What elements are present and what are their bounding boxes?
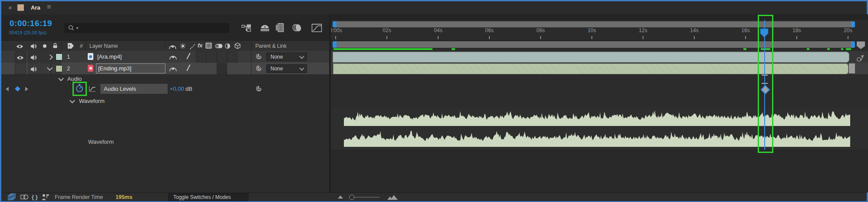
- audio-switch-cell[interactable]: [28, 51, 40, 63]
- render-time-person-icon[interactable]: [41, 194, 50, 202]
- search-input[interactable]: [64, 23, 229, 33]
- switch-cell[interactable]: [196, 51, 206, 63]
- adjustment-layer-column-icon[interactable]: [224, 43, 231, 51]
- motion-blur-column-icon[interactable]: [215, 43, 223, 51]
- layer-name[interactable]: [Ara.mp4]: [97, 53, 122, 60]
- waveform-group-row[interactable]: Waveform: [1, 95, 329, 107]
- motion-blur-icon[interactable]: [292, 24, 302, 33]
- audio-group-row[interactable]: Audio: [1, 74, 329, 83]
- layer-row-2[interactable]: 2 [Ending.mp3] None: [1, 63, 329, 75]
- zoom-out-icon[interactable]: [338, 195, 343, 199]
- index-column-header[interactable]: #: [80, 43, 83, 49]
- in-out-panes-icon[interactable]: { }: [32, 194, 38, 200]
- audio-switch-cell[interactable]: [28, 63, 40, 74]
- lock-column-icon[interactable]: [53, 43, 58, 50]
- audio-levels-unit: dB: [185, 86, 192, 92]
- frame-blending-icon[interactable]: [275, 23, 284, 34]
- collapse-group-chevron-icon[interactable]: [58, 76, 64, 81]
- waveform-property-label[interactable]: Waveform: [88, 139, 114, 145]
- layer-switches-pane-icon[interactable]: [8, 193, 16, 202]
- search-icon[interactable]: [68, 25, 76, 33]
- parent-link-column-header[interactable]: Parent & Link: [255, 43, 287, 49]
- layer-name[interactable]: [Ending.mp3]: [98, 65, 132, 72]
- keyframe-toggle-diamond-icon[interactable]: [15, 86, 20, 92]
- audio-levels-row[interactable]: Audio Levels +0,00 dB: [1, 83, 329, 95]
- solo-column-icon[interactable]: [43, 44, 46, 48]
- effects-column-icon[interactable]: fx: [198, 42, 203, 49]
- column-header-row: # Layer Name fx: [1, 40, 329, 51]
- layer-2-out-handle[interactable]: [849, 63, 855, 73]
- property-area: Audio Audio Levels +0,00 d: [1, 74, 329, 192]
- video-file-icon: [88, 53, 93, 60]
- shy-column-icon[interactable]: [169, 43, 176, 51]
- layer-name-edit-box[interactable]: [Ending.mp3]: [96, 63, 165, 73]
- status-bar: { } Frame Render Time 195ms Toggle Switc…: [1, 192, 867, 201]
- waveform-channel-left: [344, 109, 850, 126]
- switch-cell[interactable]: [217, 51, 227, 63]
- audio-levels-label[interactable]: Audio Levels: [104, 86, 136, 92]
- audio-file-icon: [88, 65, 93, 72]
- eye-icon[interactable]: [17, 54, 24, 62]
- waveform-group-label[interactable]: Waveform: [79, 98, 105, 104]
- stopwatch-icon[interactable]: [75, 83, 84, 95]
- graph-editor-icon[interactable]: [311, 23, 323, 34]
- next-keyframe-icon[interactable]: [25, 87, 28, 91]
- label-column-icon[interactable]: [67, 43, 74, 51]
- current-time-display[interactable]: 0:00:16:19: [10, 19, 52, 28]
- toggle-switches-modes-button[interactable]: Toggle Switches / Modes: [168, 193, 248, 201]
- include-in-graph-editor-icon[interactable]: [89, 86, 96, 94]
- shy-switch-icon[interactable]: [169, 66, 177, 73]
- search-options-caret-icon[interactable]: [76, 27, 79, 30]
- quality-switch-icon[interactable]: [186, 53, 190, 59]
- audio-levels-value[interactable]: +0,00: [170, 86, 184, 92]
- parent-dropdown-value: None: [271, 54, 283, 60]
- collapse-group-chevron-icon[interactable]: [69, 98, 75, 103]
- zoom-slider-knob[interactable]: [349, 195, 354, 200]
- panel-menu-icon[interactable]: ≡: [47, 3, 51, 11]
- property-label-box[interactable]: Audio Levels: [100, 84, 168, 94]
- video-switch-cell[interactable]: [15, 51, 26, 63]
- comp-flag-icon[interactable]: [856, 53, 865, 64]
- transfer-controls-pane-icon[interactable]: [20, 194, 29, 202]
- switch-cell[interactable]: [217, 63, 227, 74]
- parent-pickwhip-icon[interactable]: [255, 65, 262, 73]
- parent-dropdown[interactable]: None: [266, 53, 307, 61]
- switch-cell[interactable]: [206, 51, 217, 63]
- video-switch-cell[interactable]: [15, 63, 26, 74]
- audio-column-icon[interactable]: [30, 43, 37, 51]
- speaker-icon[interactable]: [30, 66, 37, 74]
- column-divider: [86, 42, 86, 50]
- layer-list-panel: 0:00:16:19 00419 (25.00 fps): [0, 14, 329, 192]
- comp-flowchart-icon[interactable]: [241, 24, 252, 34]
- 3d-layer-column-icon[interactable]: [234, 43, 241, 51]
- close-icon[interactable]: ×: [8, 4, 12, 11]
- layer-index: 2: [67, 65, 70, 72]
- draft-3d-icon[interactable]: [260, 24, 270, 34]
- video-visibility-column-icon[interactable]: [16, 43, 23, 51]
- stopwatch-highlight-box: [73, 82, 87, 96]
- audio-group-label[interactable]: Audio: [67, 76, 82, 82]
- property-pickwhip-icon[interactable]: [255, 85, 262, 94]
- cached-frames-segment: [827, 48, 830, 50]
- timecode-area: 0:00:16:19 00419 (25.00 fps): [1, 14, 329, 40]
- previous-keyframe-icon[interactable]: [6, 87, 9, 91]
- speaker-icon[interactable]: [30, 54, 37, 62]
- collapse-transformations-column-icon[interactable]: [180, 43, 186, 51]
- layer-row-1[interactable]: 1 [Ara.mp4] None: [1, 51, 329, 63]
- zoom-in-icon[interactable]: [387, 194, 398, 202]
- comp-marker-bin-icon[interactable]: [856, 41, 866, 51]
- tab-title[interactable]: Ara: [31, 4, 40, 11]
- shy-switch-icon[interactable]: [169, 54, 177, 62]
- switch-cell[interactable]: [227, 51, 238, 63]
- parent-pickwhip-icon[interactable]: [255, 53, 262, 62]
- layer-name-column-header[interactable]: Layer Name: [89, 43, 118, 49]
- parent-dropdown[interactable]: None: [266, 64, 307, 73]
- layer-color-swatch[interactable]: [56, 65, 63, 72]
- frame-blend-column-icon[interactable]: [205, 43, 212, 50]
- playhead-highlight-box: [758, 15, 773, 153]
- layer-color-swatch[interactable]: [56, 53, 63, 60]
- cached-frames-segment: [841, 48, 843, 50]
- quality-switch-icon[interactable]: [186, 64, 190, 71]
- quality-column-icon[interactable]: [190, 43, 195, 51]
- cached-frames-segment: [452, 48, 455, 50]
